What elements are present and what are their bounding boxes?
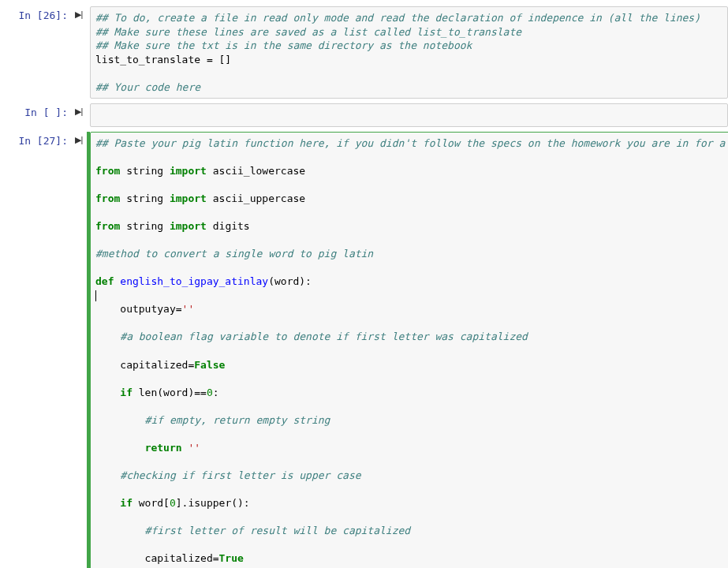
cell-prompt: In [27]: [0,132,71,568]
code-cell-26: In [26]: ▶| ## To do, create a file in r… [0,5,728,100]
cell-prompt: In [ ]: [0,103,71,127]
cell-prompt: In [26]: [0,6,71,99]
code-cell-empty: In [ ]: ▶| [0,102,728,129]
notebook-container: In [26]: ▶| ## To do, create a file in r… [0,0,728,568]
code-input[interactable]: ## To do, create a file in read only mod… [90,6,728,99]
run-icon[interactable]: ▶| [71,132,87,568]
code-input[interactable]: ## Paste your pig latin function here, i… [90,132,728,568]
code-input[interactable] [90,103,728,127]
code-cell-27: In [27]: ▶| ## Paste your pig latin func… [0,130,728,568]
run-icon[interactable]: ▶| [71,103,87,127]
run-icon[interactable]: ▶| [71,6,87,99]
